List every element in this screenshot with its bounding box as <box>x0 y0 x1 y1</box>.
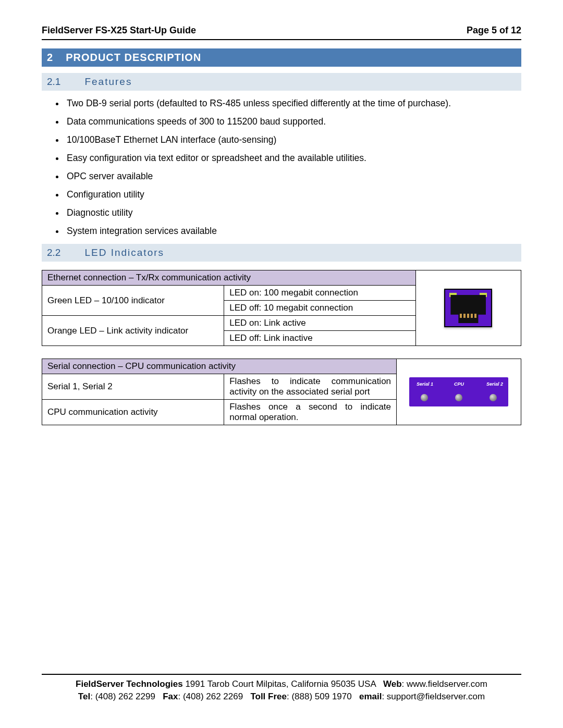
footer-line-2: Tel: (408) 262 2299 Fax: (408) 262 2269 … <box>42 690 521 703</box>
table-cell: CPU communication activity <box>42 400 224 425</box>
panel-label: Serial 2 <box>486 381 503 387</box>
page-header: FieldServer FS-X25 Start-Up Guide Page 5… <box>42 25 521 40</box>
list-item: 10/100BaseT Ethernet LAN interface (auto… <box>65 134 521 145</box>
footer-address: 1991 Tarob Court Milpitas, California 95… <box>185 679 375 689</box>
table-cell: Flashes once a second to indicate normal… <box>224 400 397 425</box>
ethernet-port-icon <box>444 289 492 327</box>
ethernet-port-image-cell <box>415 270 521 346</box>
footer-company: FieldServer Technologies <box>76 679 183 689</box>
led-icon <box>421 394 428 401</box>
footer-tel: (408) 262 2299 <box>95 692 155 701</box>
led-icon <box>489 394 497 401</box>
list-item: Two DB-9 serial ports (defaulted to RS-4… <box>65 98 521 109</box>
table-cell: Orange LED – Link activity indicator <box>42 316 224 346</box>
subsection-number: 2.1 <box>47 76 60 88</box>
section-title: PRODUCT DESCRIPTION <box>66 52 201 64</box>
table-cell: LED off: 10 megabit connection <box>224 301 416 316</box>
table-cell: LED on: 100 megabit connection <box>224 286 416 301</box>
list-item: Easy configuration via text editor or sp… <box>65 153 521 164</box>
subsection-led: 2.2 LED Indicators <box>42 244 521 262</box>
subsection-title: Features <box>84 76 132 88</box>
page-number: Page 5 of 12 <box>467 25 521 36</box>
table-cell: Flashes to indicate communication activi… <box>224 374 397 400</box>
feature-list: Two DB-9 serial ports (defaulted to RS-4… <box>42 98 521 237</box>
footer-email: support@fieldserver.com <box>387 692 485 701</box>
list-item: System integration services available <box>65 226 521 237</box>
list-item: Diagnostic utility <box>65 207 521 218</box>
footer-tollfree: (888) 509 1970 <box>291 692 351 701</box>
footer-tel-label: Tel <box>78 692 90 701</box>
table-header: Ethernet connection – Tx/Rx communicatio… <box>42 270 416 286</box>
serial-panel-image-cell: Serial 1 CPU Serial 2 <box>397 359 521 425</box>
rj45-jack-icon <box>450 295 486 323</box>
footer-fax-label: Fax <box>163 692 178 701</box>
footer-tollfree-label: Toll Free <box>250 692 287 701</box>
section-number: 2 <box>47 52 53 64</box>
doc-title: FieldServer FS-X25 Start-Up Guide <box>42 25 196 36</box>
footer-fax: (408) 262 2269 <box>183 692 243 701</box>
table-cell: Green LED – 10/100 indicator <box>42 286 224 316</box>
led-icon <box>455 394 462 401</box>
page-footer: FieldServer Technologies 1991 Tarob Cour… <box>42 674 521 703</box>
panel-label: Serial 1 <box>417 381 433 387</box>
ethernet-led-table: Ethernet connection – Tx/Rx communicatio… <box>42 270 521 346</box>
document-page: FieldServer FS-X25 Start-Up Guide Page 5… <box>0 0 563 728</box>
subsection-number: 2.2 <box>47 247 60 258</box>
footer-web: www.fieldserver.com <box>407 679 487 689</box>
section-heading: 2 PRODUCT DESCRIPTION <box>42 48 521 67</box>
list-item: Configuration utility <box>65 189 521 200</box>
serial-led-table: Serial connection – CPU communication ac… <box>42 359 521 425</box>
list-item: Data communications speeds of 300 to 115… <box>65 116 521 127</box>
panel-label: CPU <box>454 381 464 387</box>
footer-line-1: FieldServer Technologies 1991 Tarob Cour… <box>42 678 521 690</box>
table-header: Serial connection – CPU communication ac… <box>42 359 397 374</box>
table-cell: LED on: Link active <box>224 316 416 331</box>
serial-panel-icon: Serial 1 CPU Serial 2 <box>409 377 508 406</box>
list-item: OPC server available <box>65 171 521 182</box>
table-cell: Serial 1, Serial 2 <box>42 374 224 400</box>
footer-email-label: email <box>359 692 382 701</box>
subsection-features: 2.1 Features <box>42 73 521 91</box>
footer-web-label: Web <box>383 679 402 689</box>
subsection-title: LED Indicators <box>84 247 164 258</box>
table-cell: LED off: Link inactive <box>224 331 416 346</box>
